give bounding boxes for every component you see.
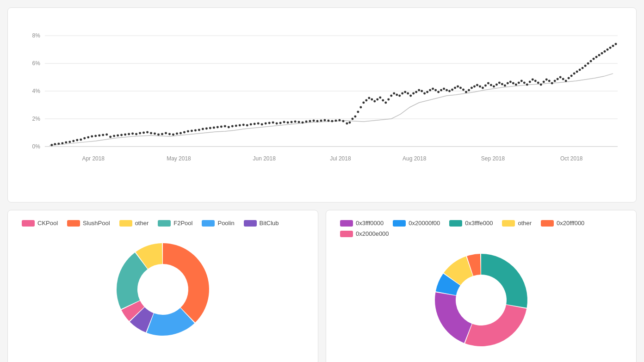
svg-point-66 bbox=[272, 121, 274, 123]
legend-item-0x3fffe000: 0x3fffe000 bbox=[449, 220, 493, 227]
svg-point-184 bbox=[138, 265, 187, 314]
0x2000e000-swatch bbox=[340, 231, 353, 237]
svg-point-158 bbox=[545, 79, 548, 81]
0x3fff0000-swatch bbox=[340, 220, 353, 227]
svg-point-63 bbox=[261, 123, 263, 125]
other-right-swatch bbox=[502, 220, 515, 227]
bitclub-label: BitClub bbox=[260, 220, 279, 227]
svg-point-157 bbox=[543, 81, 545, 83]
svg-point-94 bbox=[368, 97, 370, 99]
svg-point-154 bbox=[534, 80, 537, 82]
x-label-jul: Jul 2018 bbox=[330, 155, 351, 162]
slushpool-swatch bbox=[67, 220, 80, 227]
svg-point-105 bbox=[398, 95, 401, 97]
svg-point-65 bbox=[268, 122, 271, 124]
svg-point-54 bbox=[228, 126, 230, 128]
left-donut-card: CKPool SlushPool other F2Pool Poolin bbox=[7, 210, 318, 362]
svg-point-75 bbox=[305, 120, 308, 123]
svg-point-80 bbox=[323, 119, 326, 121]
svg-point-47 bbox=[202, 128, 204, 130]
svg-point-115 bbox=[426, 91, 428, 93]
other-left-swatch bbox=[119, 220, 132, 227]
svg-point-14 bbox=[80, 138, 82, 141]
svg-point-19 bbox=[98, 134, 100, 136]
svg-point-64 bbox=[265, 122, 267, 124]
svg-point-168 bbox=[573, 73, 576, 75]
svg-point-127 bbox=[459, 87, 462, 89]
svg-point-56 bbox=[235, 124, 237, 127]
svg-point-9 bbox=[61, 142, 63, 144]
legend-item-other-left: other bbox=[119, 220, 149, 227]
svg-point-45 bbox=[194, 129, 197, 131]
legend-item-bitclub: BitClub bbox=[244, 220, 279, 227]
svg-point-36 bbox=[161, 133, 163, 135]
svg-point-12 bbox=[72, 140, 74, 142]
svg-point-23 bbox=[113, 135, 115, 137]
svg-point-20 bbox=[102, 134, 104, 136]
svg-point-58 bbox=[242, 123, 245, 126]
svg-point-175 bbox=[593, 58, 595, 60]
other-left-label: other bbox=[135, 220, 149, 227]
svg-point-72 bbox=[294, 120, 297, 123]
svg-point-152 bbox=[529, 81, 531, 83]
0x3fff0000-label: 0x3fff0000 bbox=[356, 220, 384, 227]
svg-point-131 bbox=[471, 87, 473, 89]
svg-point-108 bbox=[407, 92, 409, 95]
svg-point-15 bbox=[83, 137, 86, 139]
svg-point-35 bbox=[157, 133, 160, 135]
svg-point-125 bbox=[454, 87, 456, 89]
legend-item-f2pool: F2Pool bbox=[158, 220, 192, 227]
svg-point-55 bbox=[231, 125, 234, 127]
svg-point-99 bbox=[382, 99, 384, 102]
line-chart-container: 8% 6% 4% 2% 0% Apr 2018 May 2018 Jun 201… bbox=[17, 17, 627, 193]
legend-item-slushpool: SlushPool bbox=[67, 220, 110, 227]
svg-point-77 bbox=[313, 119, 315, 122]
svg-point-73 bbox=[298, 121, 300, 123]
svg-point-37 bbox=[165, 132, 167, 134]
svg-point-31 bbox=[142, 131, 145, 134]
svg-point-162 bbox=[557, 78, 559, 80]
svg-point-39 bbox=[172, 133, 174, 135]
svg-point-86 bbox=[346, 122, 348, 124]
trend-line bbox=[50, 74, 613, 146]
legend-item-poolin: Poolin bbox=[202, 220, 234, 227]
y-label-0: 0% bbox=[32, 143, 41, 150]
left-donut-wrapper bbox=[17, 234, 309, 345]
svg-point-33 bbox=[150, 132, 152, 134]
0x3fffe000-swatch bbox=[449, 220, 462, 227]
svg-point-97 bbox=[376, 98, 378, 101]
svg-point-121 bbox=[443, 88, 445, 90]
svg-point-119 bbox=[437, 91, 440, 93]
svg-point-95 bbox=[371, 98, 373, 101]
svg-point-49 bbox=[209, 127, 211, 129]
svg-point-141 bbox=[498, 82, 501, 84]
svg-point-69 bbox=[283, 121, 285, 123]
svg-point-138 bbox=[490, 84, 492, 86]
line-chart-svg: 8% 6% 4% 2% 0% Apr 2018 May 2018 Jun 201… bbox=[17, 17, 627, 193]
y-label-2: 2% bbox=[32, 116, 41, 122]
svg-point-48 bbox=[205, 127, 208, 129]
svg-point-137 bbox=[487, 82, 489, 85]
legend-item-0x20000f00: 0x20000f00 bbox=[393, 220, 440, 227]
svg-point-167 bbox=[570, 75, 573, 77]
scatter-dots bbox=[50, 43, 617, 147]
svg-point-18 bbox=[94, 135, 97, 137]
svg-point-76 bbox=[309, 120, 311, 122]
0x20000f00-swatch bbox=[393, 220, 406, 227]
svg-point-171 bbox=[582, 67, 584, 69]
svg-point-130 bbox=[468, 89, 470, 92]
svg-point-84 bbox=[338, 119, 341, 121]
svg-point-124 bbox=[451, 89, 453, 91]
svg-point-163 bbox=[559, 76, 562, 79]
svg-point-74 bbox=[302, 121, 304, 123]
svg-point-7 bbox=[54, 143, 56, 145]
svg-point-28 bbox=[131, 132, 134, 135]
right-donut-card: 0x3fff0000 0x20000f00 0x3fffe000 other 0… bbox=[326, 210, 637, 362]
svg-point-68 bbox=[279, 122, 282, 124]
svg-point-182 bbox=[612, 45, 614, 47]
svg-point-11 bbox=[68, 141, 71, 143]
bottom-row: CKPool SlushPool other F2Pool Poolin bbox=[7, 210, 637, 362]
svg-point-142 bbox=[501, 83, 503, 86]
ckpool-label: CKPool bbox=[37, 220, 58, 227]
svg-point-60 bbox=[250, 123, 252, 125]
